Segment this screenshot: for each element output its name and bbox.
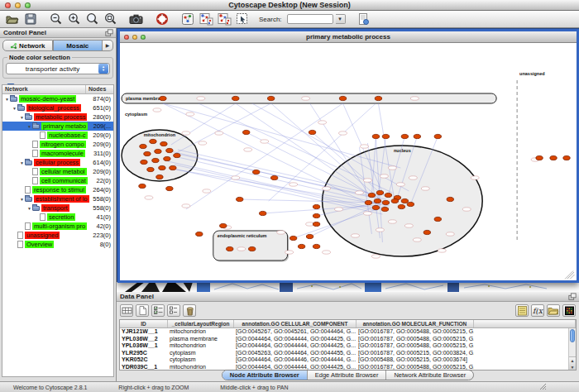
network-node[interactable]: [170, 165, 176, 170]
network-node[interactable]: [232, 96, 239, 100]
tree-row[interactable]: nitrogen compo209(0): [2, 140, 113, 149]
network-node[interactable]: [398, 204, 404, 208]
zoom-fit-button[interactable]: [84, 12, 100, 26]
network-node[interactable]: [434, 134, 441, 138]
network-node[interactable]: [147, 167, 154, 171]
table-cell[interactable]: [GO:0016787, GO:0005488, GO:0005215, G..…: [356, 336, 474, 343]
zoom-window-button[interactable]: [25, 2, 31, 8]
window-resize-grip[interactable]: [538, 382, 547, 391]
scrollbar-thumb[interactable]: [570, 329, 575, 342]
network-node[interactable]: [401, 198, 408, 203]
network-node[interactable]: [141, 160, 147, 164]
network-node[interactable]: [382, 200, 389, 204]
tree-row[interactable]: multi-organism pro42(0): [2, 222, 113, 231]
float-panel-icon[interactable]: [105, 29, 113, 39]
tree-row[interactable]: ▼mosaic-demo-yeast874(0): [2, 94, 113, 103]
table-cell[interactable]: [GO:0044464, GO:0044444, GO:0044425, G..…: [234, 336, 356, 343]
table-cell[interactable]: [GO:0045263, GO:0044464, GO:0044455, G..…: [234, 350, 356, 357]
search-dropdown-button[interactable]: ▼: [336, 14, 346, 24]
tree-row[interactable]: nucleobase-c209(0): [2, 131, 113, 140]
tab-node-attribute-browser[interactable]: Node Attribute Browser: [223, 370, 307, 380]
network-node[interactable]: [434, 217, 441, 221]
table-cell[interactable]: [GO:0044464, GO:0044446, GO:0044444, G..…: [234, 356, 356, 364]
open-session-button[interactable]: [4, 12, 20, 26]
network-node[interactable]: [144, 151, 151, 155]
tree-row[interactable]: ▼metabolic process280(0): [2, 112, 113, 122]
network-node[interactable]: [368, 193, 375, 197]
tree-expand-arrow-icon[interactable]: ▼: [19, 197, 25, 202]
network-node[interactable]: [313, 222, 319, 226]
matrix-view-button[interactable]: [562, 304, 576, 317]
tree-expand-arrow-icon[interactable]: ▼: [26, 124, 32, 129]
tree-row[interactable]: ▼transport558(0): [2, 203, 113, 213]
network-node[interactable]: [385, 193, 391, 197]
zoom-out-button[interactable]: [48, 12, 64, 26]
column-header-id[interactable]: ID: [120, 320, 168, 327]
tree-row[interactable]: cellular metabol209(0): [2, 167, 113, 176]
network-node[interactable]: [156, 174, 163, 179]
network-node[interactable]: [164, 156, 170, 160]
vizmapper-button[interactable]: [179, 12, 195, 26]
table-cell[interactable]: [GO:0005488, GO:0005215, GO:0003674]: [356, 356, 474, 364]
frame-minimize-button[interactable]: [132, 35, 137, 40]
tree-row[interactable]: secretion41(0): [2, 213, 113, 222]
background-windows[interactable]: [117, 282, 579, 292]
scrollbar-arrows[interactable]: ▲▼: [569, 356, 576, 370]
table-cell[interactable]: mitochondrion: [168, 328, 234, 336]
network-node[interactable]: [382, 134, 389, 138]
network-node[interactable]: [227, 246, 233, 251]
network-node[interactable]: [259, 211, 266, 215]
network-node[interactable]: [563, 155, 570, 160]
network-node[interactable]: [174, 153, 180, 157]
table-cell[interactable]: YPL036W__2: [120, 336, 168, 343]
network-node[interactable]: [166, 186, 173, 190]
minimize-window-button[interactable]: [15, 2, 21, 8]
network-node[interactable]: [298, 244, 304, 248]
network-node[interactable]: [372, 205, 379, 209]
table-row[interactable]: YLR295Ccytoplasm[GO:0045263, GO:0044464,…: [120, 350, 576, 357]
table-row[interactable]: YPL036W__2plasma membrane[GO:0044464, GO…: [120, 336, 576, 343]
unselect-attributes-button[interactable]: [167, 304, 180, 317]
column-header-molecular-function[interactable]: annotation.GO MOLECULAR_FUNCTION: [356, 320, 474, 327]
tree-expand-arrow-icon[interactable]: ▼: [19, 160, 25, 165]
network-node[interactable]: [270, 175, 277, 179]
node-color-dropdown[interactable]: transporter activity ▲▼: [6, 63, 110, 74]
tree-header-network[interactable]: Network: [2, 85, 85, 93]
tree-expand-arrow-icon[interactable]: ▼: [26, 206, 32, 211]
attribute-panel-button[interactable]: [120, 304, 133, 317]
select-attributes-button[interactable]: [151, 304, 165, 317]
table-row[interactable]: YKR052Ccytoplasm[GO:0044464, GO:0044446,…: [120, 356, 576, 364]
zoom-in-button[interactable]: [66, 12, 82, 26]
tree-row[interactable]: ▼biological_process651(0): [2, 103, 113, 112]
tree-row[interactable]: unassigned223(0): [2, 231, 113, 240]
table-cell[interactable]: YKR052C: [120, 356, 168, 364]
network-node[interactable]: [152, 158, 159, 162]
network-node[interactable]: [407, 202, 414, 206]
tab-overflow-button[interactable]: ▶: [103, 40, 113, 51]
network-node[interactable]: [290, 236, 296, 240]
tree-row[interactable]: ▼establishment of lo558(0): [2, 194, 113, 203]
network-node[interactable]: [374, 198, 380, 203]
tree-row[interactable]: ▼cellular process614(0): [2, 158, 113, 167]
network-node[interactable]: [267, 96, 274, 100]
table-cell[interactable]: YLR295C: [120, 350, 168, 357]
network-node[interactable]: [375, 96, 381, 100]
float-data-panel-icon[interactable]: [568, 293, 577, 303]
table-row[interactable]: YJR121W__1mitochondrion[GO:0045267, GO:0…: [120, 328, 576, 336]
table-cell[interactable]: mitochondrion: [168, 342, 234, 350]
select-mode-button[interactable]: [234, 12, 250, 26]
network-edge[interactable]: [186, 103, 343, 209]
tree-expand-arrow-icon[interactable]: ▼: [4, 97, 10, 102]
network-node[interactable]: [159, 165, 165, 170]
network-node[interactable]: [550, 155, 557, 160]
network-node[interactable]: [160, 96, 166, 100]
network-view-titlebar[interactable]: primary metabolic process: [120, 31, 577, 43]
network-node[interactable]: [401, 134, 408, 138]
tab-network[interactable]: Network: [2, 40, 53, 51]
new-attribute-button[interactable]: [136, 304, 149, 317]
table-cell[interactable]: [GO:0044464, GO:0044444, GO:0044425, G..…: [234, 342, 356, 350]
table-cell[interactable]: YPL036W__1: [120, 342, 168, 350]
network-node[interactable]: [423, 230, 430, 234]
network-node[interactable]: [253, 170, 260, 174]
search-config-button[interactable]: [356, 12, 371, 26]
